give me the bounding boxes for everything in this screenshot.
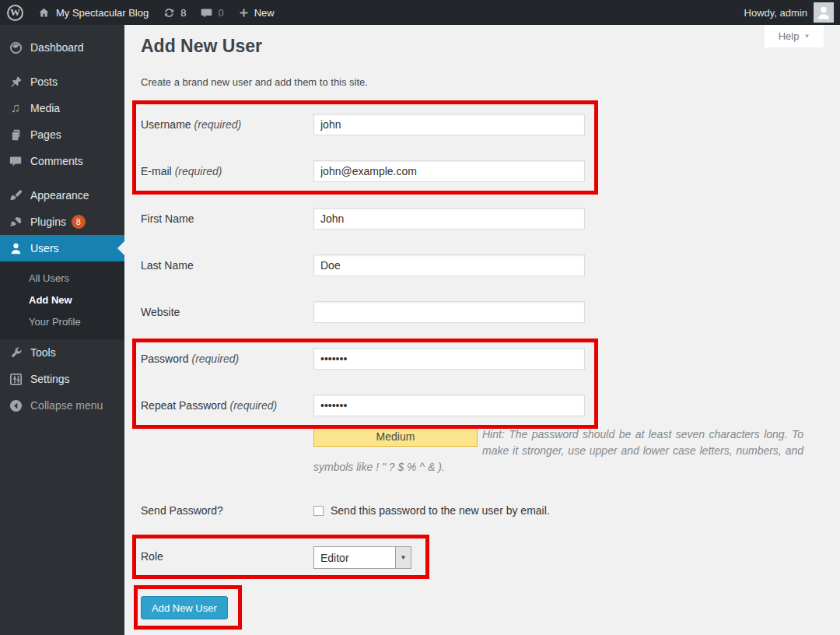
submenu-item-your-profile[interactable]: Your Profile (0, 311, 124, 333)
password-strength-meter: Medium (313, 426, 478, 447)
password-label: Password(required) (141, 353, 239, 365)
send-password-checkbox-label: Send this password to the new user by em… (331, 504, 550, 517)
first-name-input[interactable] (313, 208, 585, 230)
add-new-user-button[interactable]: Add New User (141, 596, 228, 619)
comment-bubble-icon (8, 153, 23, 169)
website-input[interactable] (313, 301, 585, 323)
user-icon (8, 240, 23, 256)
last-name-label: Last Name (141, 259, 194, 272)
chevron-down-icon: ▼ (395, 547, 411, 568)
sidebar-item-appearance[interactable]: Appearance (0, 182, 124, 209)
sidebar-item-comments[interactable]: Comments (0, 148, 124, 174)
sidebar-item-label: Dashboard (30, 41, 84, 54)
users-submenu: All Users Add New Your Profile (0, 261, 124, 339)
admin-bar: W My Spectacular Blog 8 0 New Howdy, adm… (0, 0, 840, 25)
submenu-item-add-new[interactable]: Add New (0, 289, 124, 311)
updates-menu[interactable]: 8 (156, 0, 193, 25)
page-title: Add New User (141, 36, 262, 57)
first-name-label: First Name (141, 212, 194, 225)
comments-menu[interactable]: 0 (193, 0, 230, 25)
howdy-text: Howdy, admin (744, 7, 807, 19)
update-count: 8 (180, 7, 186, 19)
repeat-password-input[interactable] (313, 395, 585, 416)
submenu-item-all-users[interactable]: All Users (0, 268, 124, 289)
sidebar-item-label: Appearance (30, 189, 89, 202)
site-menu[interactable]: My Spectacular Blog (30, 0, 156, 25)
paintbrush-icon (8, 188, 23, 203)
chevron-down-icon: ▼ (803, 33, 810, 40)
menu-separator (0, 61, 124, 68)
send-password-checkbox[interactable] (313, 506, 324, 516)
website-label: Website (141, 306, 180, 318)
sidebar-item-posts[interactable]: Posts (0, 68, 124, 95)
sidebar-item-label: Tools (30, 346, 56, 359)
wordpress-logo-menu[interactable]: W (0, 0, 30, 25)
sidebar-item-label: Settings (30, 373, 70, 385)
email-label: E-mail(required) (141, 165, 222, 177)
pushpin-icon (8, 74, 23, 89)
plug-icon (8, 214, 23, 230)
email-input[interactable] (313, 160, 585, 182)
sidebar-item-label: Plugins (30, 216, 66, 228)
repeat-password-label: Repeat Password(required) (141, 399, 277, 412)
sidebar-item-label: Pages (30, 128, 61, 141)
sidebar-item-settings[interactable]: Settings (0, 366, 124, 392)
collapse-menu-button[interactable]: Collapse menu (0, 392, 124, 419)
wordpress-logo-icon: W (7, 5, 23, 21)
sidebar-item-label: Users (30, 242, 59, 254)
wrench-icon (8, 345, 23, 360)
plugins-update-badge: 8 (72, 215, 86, 229)
collapse-menu-label: Collapse menu (30, 399, 103, 412)
media-note-icon: ♫ (8, 100, 23, 116)
menu-separator (0, 174, 124, 182)
send-password-label: Send Password? (141, 504, 223, 517)
active-item-arrow (117, 241, 124, 255)
role-label: Role (141, 550, 163, 563)
sidebar-item-tools[interactable]: Tools (0, 339, 124, 366)
site-name: My Spectacular Blog (56, 7, 149, 19)
admin-sidebar: Dashboard Posts ♫ Media Pages Comments A… (0, 25, 124, 635)
role-select[interactable]: Editor ▼ (313, 546, 411, 569)
new-label: New (254, 7, 275, 19)
sidebar-item-dashboard[interactable]: Dashboard (0, 34, 124, 61)
pages-icon (8, 127, 23, 142)
updates-icon (163, 6, 176, 19)
comment-count: 0 (218, 7, 223, 19)
sidebar-item-label: Media (30, 102, 60, 114)
sidebar-item-media[interactable]: ♫ Media (0, 95, 124, 121)
sidebar-item-plugins[interactable]: Plugins 8 (0, 209, 124, 235)
password-input[interactable] (313, 348, 585, 370)
sidebar-item-label: Posts (30, 75, 58, 88)
plus-icon (238, 7, 250, 19)
last-name-input[interactable] (313, 254, 585, 276)
username-label: Username(required) (141, 118, 241, 131)
password-hint-area: Medium Hint: The password should be at l… (313, 426, 803, 475)
main-content: Help ▼ Add New User Create a brand new u… (124, 25, 840, 635)
role-selected-value: Editor (314, 552, 395, 564)
sidebar-item-label: Comments (30, 155, 83, 167)
home-icon (37, 6, 51, 19)
page-subtitle: Create a brand new user and add them to … (141, 76, 368, 88)
username-input[interactable] (313, 114, 585, 135)
new-content-menu[interactable]: New (231, 0, 282, 25)
account-menu[interactable]: Howdy, admin (737, 0, 834, 25)
sidebar-item-users[interactable]: Users (0, 235, 124, 261)
help-button[interactable]: Help ▼ (765, 25, 824, 47)
sidebar-item-pages[interactable]: Pages (0, 121, 124, 148)
help-label: Help (779, 30, 800, 42)
collapse-arrow-icon (8, 398, 23, 413)
dashboard-gauge-icon (8, 40, 23, 55)
avatar (814, 2, 834, 23)
sliders-icon (8, 371, 23, 387)
comment-bubble-icon (200, 6, 213, 19)
